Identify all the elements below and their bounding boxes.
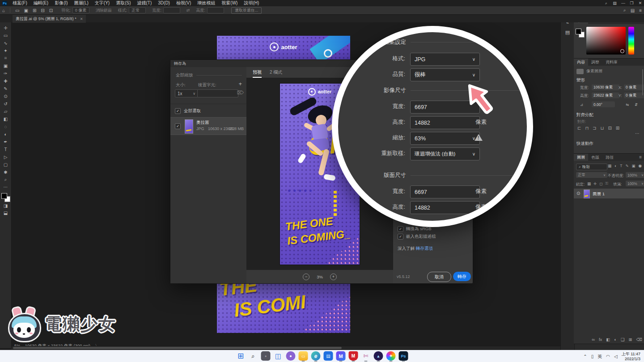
lock-icon[interactable]: ✛ (593, 181, 597, 186)
export-options-link[interactable]: 轉存選項 (416, 246, 433, 251)
flip-horizontal-icon[interactable]: ⇋ (626, 102, 629, 107)
quick-actions-header[interactable]: 快速動作 (576, 141, 593, 147)
eyedropper-tool[interactable]: ✑ (1, 70, 11, 77)
suffix-input[interactable] (197, 89, 238, 97)
menu-item[interactable]: 選取(S) (113, 0, 134, 6)
delete-scale-icon[interactable]: ⌦ (237, 90, 244, 96)
menu-item[interactable]: 說明(H) (241, 0, 262, 6)
layer-row[interactable]: ⊙ 圖層 1 (574, 189, 644, 198)
align-section-header[interactable]: 對齊分配 (576, 112, 593, 118)
zoom-out-button[interactable]: − (303, 274, 309, 280)
swatches-dock-icon[interactable]: ▤ (565, 29, 570, 35)
wifi-icon[interactable]: ◠ (606, 354, 610, 359)
embed-profile-checkbox[interactable]: ✓ (398, 234, 403, 240)
eraser-tool[interactable]: ▱ (1, 108, 11, 115)
select-all-checkbox[interactable]: ✓ (175, 108, 181, 114)
edge-browser-app[interactable]: e (311, 351, 321, 361)
scale-dropdown[interactable]: 63%∨ (410, 132, 480, 145)
layers-action-icon[interactable]: ⌫ (636, 337, 642, 342)
scrollbar-thumb[interactable] (13, 347, 342, 349)
selection-mode-icon[interactable]: ⊡ (47, 8, 55, 13)
saturation-field[interactable] (586, 27, 626, 55)
layer-name[interactable]: 圖層 1 (593, 191, 605, 197)
lock-icon[interactable]: ⚿ (605, 181, 608, 186)
healing-brush-tool[interactable]: ✚ (1, 77, 11, 84)
select-and-mask-button[interactable]: 選取並遮住... (231, 7, 262, 14)
resample-dropdown[interactable]: 環迴增值法 (自動)∨ (410, 147, 480, 160)
filter-icon[interactable]: T (620, 164, 622, 168)
lasso-tool[interactable]: ∿ (1, 39, 11, 46)
move-tool[interactable]: ✛ (1, 24, 11, 31)
brush-tool[interactable]: ✎ (1, 85, 11, 92)
panel-menu-icon[interactable]: ≡ (639, 155, 642, 160)
menu-item[interactable]: 文字(Y) (92, 0, 113, 6)
battery-icon[interactable]: ▯ (591, 354, 594, 359)
close-button[interactable]: ✕ (636, 1, 644, 5)
properties-panel-tab[interactable]: 資料庫 (602, 59, 621, 66)
transform-section-header[interactable]: 變形 (576, 77, 585, 83)
snap-layouts-app[interactable]: ◫ (274, 351, 283, 361)
horizontal-scrollbar[interactable] (11, 346, 560, 349)
filter-icon[interactable]: ▣ (632, 164, 636, 168)
volume-icon[interactable]: ◁ (614, 354, 618, 359)
minimize-button[interactable]: — (619, 1, 627, 5)
export-file-row[interactable]: ✓ 奧拉茵 JPG 10630 x 23622 35.8 MB (170, 117, 246, 135)
zoom-in-button[interactable]: + (330, 274, 337, 280)
menu-item[interactable]: 3D(D) (155, 0, 173, 6)
hand-tool[interactable]: ✱ (1, 168, 11, 176)
maximize-button[interactable]: ❐ (628, 1, 636, 5)
color-picker-marker[interactable] (620, 49, 624, 53)
properties-panel-tab[interactable]: 調整 (588, 59, 602, 66)
shape-tool[interactable]: ▢ (1, 161, 11, 168)
width-field[interactable] (163, 7, 180, 13)
workspace-icon[interactable]: ▤ (611, 1, 619, 5)
blend-mode-dropdown[interactable]: 正常∨ (576, 172, 607, 178)
hue-slider[interactable] (628, 27, 634, 55)
convert-srgb-checkbox[interactable]: ✓ (398, 226, 403, 232)
swap-dimensions-icon[interactable]: ⇄ (186, 8, 190, 13)
canvas-height-input[interactable]: 14882 (410, 201, 480, 214)
opacity-field[interactable]: 100%∨ (626, 172, 644, 178)
pen-tool[interactable]: ✒ (1, 138, 11, 145)
layers-action-icon[interactable]: ⊞ (629, 337, 632, 342)
close-tab-icon[interactable]: ✕ (80, 17, 83, 21)
cancel-button[interactable]: 取消 (427, 272, 451, 282)
search-button[interactable]: ⌕ (249, 351, 258, 361)
quick-mask-icon[interactable]: ◨ (1, 202, 11, 209)
options-right-icon[interactable]: ⌕ (621, 8, 628, 13)
menu-item[interactable]: 檔案(F) (9, 0, 30, 6)
layers-panel-tab[interactable]: 圖層 (574, 154, 588, 161)
height-field[interactable] (207, 7, 224, 13)
layers-action-icon[interactable]: ◐ (614, 337, 617, 342)
properties-panel-tab[interactable]: 內容 (574, 59, 588, 66)
menu-item[interactable]: 濾鏡(T) (134, 0, 155, 6)
layer-filter-dropdown[interactable]: ⌕種類 (576, 164, 607, 170)
color-swatches[interactable] (576, 29, 585, 38)
options-right-icon[interactable]: ▤ (628, 8, 637, 13)
dodge-tool[interactable]: ◐ (1, 130, 11, 138)
type-tool[interactable]: T (1, 146, 11, 153)
canvas-width-input[interactable]: 6697 (410, 185, 480, 198)
foreground-color-swatch[interactable] (1, 193, 7, 199)
start-button[interactable]: ⊞ (236, 351, 246, 361)
lock-icon[interactable]: ▦ (587, 181, 591, 186)
align-icon[interactable]: ⊞ (616, 126, 619, 130)
m-gradient-app[interactable]: M (336, 351, 346, 361)
tray-expand-icon[interactable]: ⌃ (583, 354, 587, 359)
file-checkbox[interactable]: ✓ (175, 123, 181, 129)
menu-item[interactable]: 檢視(V) (173, 0, 194, 6)
menu-item[interactable]: 視窗(W) (218, 0, 241, 6)
image-height-input[interactable]: 14882 (410, 116, 480, 129)
document-tab[interactable]: 奧拉茵.ai @ 5% (圖層 1, RGB/8) * ✕ (13, 14, 86, 23)
zoom-tool[interactable]: ⌕ (1, 176, 11, 183)
marquee-tool[interactable]: ▭ (1, 32, 11, 39)
align-icon[interactable]: ⊏ (577, 126, 581, 130)
teams-chat-app[interactable]: • (286, 351, 296, 361)
width-field[interactable]: 10630 像素 (592, 84, 619, 90)
edit-toolbar-icon[interactable]: ⋯ (1, 183, 11, 190)
style-dropdown[interactable]: 正常 (129, 7, 146, 13)
tab-preview[interactable]: 預視 (253, 69, 262, 78)
photoshop-app[interactable]: Ps (399, 351, 408, 361)
more-options-icon[interactable]: ⋯ (635, 131, 640, 136)
tab-2up[interactable]: 2 欄式 (270, 69, 282, 78)
